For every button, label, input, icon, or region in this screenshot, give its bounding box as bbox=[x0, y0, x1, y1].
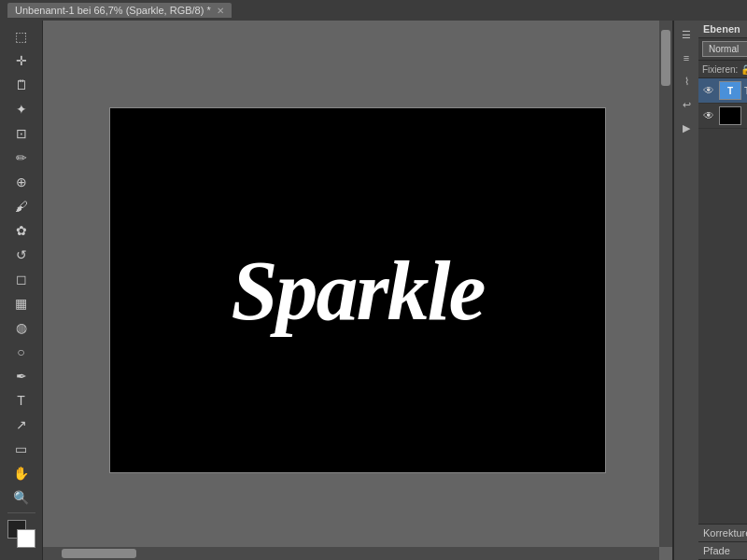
spot-heal-tool[interactable]: ⊕ bbox=[9, 170, 34, 194]
left-toolbar: ⬚✛🗒✦⊡✏⊕🖌✿↺◻▦◍○✒T↗▭✋🔍 bbox=[0, 21, 43, 560]
move-tool[interactable]: ✛ bbox=[9, 49, 34, 73]
right-panel: ☰≡⌇↩▶ Ebenen ≡ NormalAuflösenAbdunkelnMu… bbox=[672, 21, 747, 560]
actions-panel-icon[interactable]: ▶ bbox=[676, 118, 697, 138]
layers-panel-title: Ebenen bbox=[703, 23, 740, 35]
layers-content: Ebenen ≡ NormalAuflösenAbdunkelnMultipli… bbox=[698, 21, 747, 560]
layer-row-2[interactable]: 👁 bbox=[698, 104, 747, 129]
layers-list: 👁TT👁 bbox=[698, 78, 747, 524]
select-rect-tool[interactable]: ⬚ bbox=[9, 24, 34, 49]
clone-stamp-tool[interactable]: ✿ bbox=[9, 218, 34, 243]
crop-tool[interactable]: ⊡ bbox=[9, 121, 34, 146]
hand-tool[interactable]: ✋ bbox=[9, 461, 34, 485]
sparkle-text: Sparkle bbox=[231, 243, 484, 339]
pen-tool[interactable]: ✒ bbox=[9, 364, 34, 388]
horizontal-scrollbar[interactable] bbox=[43, 547, 659, 560]
shape-tool[interactable]: ▭ bbox=[9, 437, 34, 461]
magic-wand-tool[interactable]: ✦ bbox=[9, 97, 34, 121]
vertical-scroll-thumb[interactable] bbox=[661, 30, 670, 86]
paths-panel-icon[interactable]: ⌇ bbox=[676, 71, 697, 91]
layer-thumb-1: T bbox=[719, 81, 741, 100]
channels-panel-icon[interactable]: ≡ bbox=[676, 48, 697, 68]
history-panel-icon[interactable]: ↩ bbox=[676, 94, 697, 115]
title-bar: Unbenannt-1 bei 66,7% (Sparkle, RGB/8) *… bbox=[0, 0, 747, 21]
fix-row: Fixieren: 🔒 ✛ 🖌 ⊕ bbox=[698, 61, 747, 78]
right-panel-inner: ☰≡⌇↩▶ Ebenen ≡ NormalAuflösenAbdunkelnMu… bbox=[673, 21, 747, 560]
layers-panel-icon[interactable]: ☰ bbox=[676, 24, 697, 45]
color-box[interactable] bbox=[7, 520, 35, 548]
text-tool-tool[interactable]: T bbox=[9, 388, 34, 413]
layer-eye-2[interactable]: 👁 bbox=[701, 108, 716, 123]
blend-mode-select[interactable]: NormalAuflösenAbdunkelnMultiplizierenFar… bbox=[702, 41, 747, 57]
right-icons-strip: ☰≡⌇↩▶ bbox=[673, 21, 698, 560]
history-brush-tool[interactable]: ↺ bbox=[9, 243, 34, 267]
fix-label: Fixieren: bbox=[702, 64, 738, 75]
gradient-tool[interactable]: ▦ bbox=[9, 291, 34, 315]
lasso-tool[interactable]: 🗒 bbox=[9, 73, 34, 97]
tools-container: ⬚✛🗒✦⊡✏⊕🖌✿↺◻▦◍○✒T↗▭✋🔍 bbox=[9, 24, 34, 510]
document-tab[interactable]: Unbenannt-1 bei 66,7% (Sparkle, RGB/8) *… bbox=[7, 3, 232, 18]
bottom-panels: KorrekturenPfade bbox=[698, 524, 747, 560]
layer-thumb-2 bbox=[719, 106, 741, 125]
brush-tool[interactable]: 🖌 bbox=[9, 194, 34, 218]
eyedropper-tool[interactable]: ✏ bbox=[9, 146, 34, 170]
panel-tab-pfade[interactable]: Pfade bbox=[698, 542, 747, 560]
vertical-scrollbar[interactable] bbox=[659, 21, 672, 547]
dodge-tool[interactable]: ○ bbox=[9, 340, 34, 364]
tab-close-button[interactable]: ✕ bbox=[217, 6, 224, 16]
canvas-area: Sparkle bbox=[43, 21, 672, 560]
tab-label: Unbenannt-1 bei 66,7% (Sparkle, RGB/8) * bbox=[15, 5, 211, 16]
blur-tool[interactable]: ◍ bbox=[9, 315, 34, 340]
blend-mode-row: NormalAuflösenAbdunkelnMultiplizierenFar… bbox=[698, 38, 747, 61]
eraser-tool[interactable]: ◻ bbox=[9, 267, 34, 291]
background-color[interactable] bbox=[17, 529, 35, 548]
layer-row-1[interactable]: 👁TT bbox=[698, 78, 747, 104]
fix-lock-icon[interactable]: 🔒 bbox=[740, 63, 747, 76]
layer-eye-1[interactable]: 👁 bbox=[701, 83, 716, 98]
horizontal-scroll-thumb[interactable] bbox=[62, 549, 136, 558]
layers-panel-header: Ebenen ≡ bbox=[698, 21, 747, 38]
main-layout: ⬚✛🗒✦⊡✏⊕🖌✿↺◻▦◍○✒T↗▭✋🔍 Sparkle ☰≡⌇↩▶ bbox=[0, 21, 747, 560]
photoshop-canvas: Sparkle bbox=[110, 108, 605, 472]
zoom-tool[interactable]: 🔍 bbox=[9, 485, 34, 510]
panel-tab-korrekturen[interactable]: Korrekturen bbox=[698, 525, 747, 542]
path-select-tool[interactable]: ↗ bbox=[9, 413, 34, 437]
tool-divider-1 bbox=[7, 512, 35, 513]
